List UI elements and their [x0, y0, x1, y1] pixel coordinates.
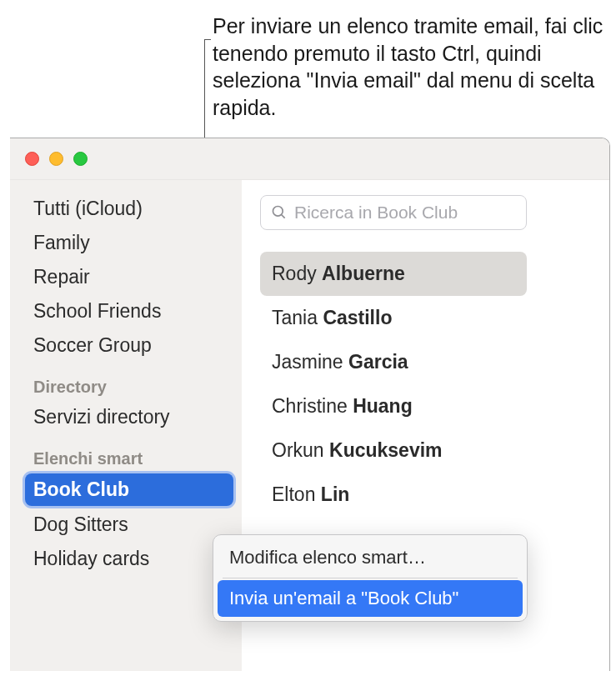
sidebar-item[interactable]: School Friends [10, 294, 242, 328]
sidebar-item[interactable]: Family [10, 226, 242, 260]
svg-line-1 [282, 215, 285, 218]
menu-divider [223, 578, 518, 578]
contact-item[interactable]: Orkun Kucuksevim [260, 428, 527, 473]
context-menu: Modifica elenco smart…Invia un'email a "… [213, 534, 528, 622]
sidebar-item[interactable]: Tutti (iCloud) [10, 192, 242, 226]
help-annotation: Per inviare un elenco tramite email, fai… [213, 13, 604, 121]
search-field[interactable] [260, 195, 527, 230]
sidebar-section-header: Directory [10, 363, 242, 400]
contact-last-name: Kucuksevim [329, 439, 443, 461]
contact-item[interactable]: Jasmine Garcia [260, 340, 527, 384]
sidebar-item[interactable]: Book Club [25, 473, 233, 506]
sidebar-section-header: Elenchi smart [10, 434, 242, 472]
sidebar: Tutti (iCloud)FamilyRepairSchool Friends… [10, 180, 242, 671]
sidebar-item[interactable]: Soccer Group [10, 328, 242, 363]
contact-last-name: Castillo [323, 307, 392, 328]
sidebar-item[interactable]: Holiday cards [10, 542, 242, 576]
menu-item[interactable]: Modifica elenco smart… [218, 539, 523, 576]
search-icon [271, 204, 288, 221]
svg-point-0 [273, 207, 283, 217]
contact-first-name: Jasmine [272, 351, 348, 373]
contact-first-name: Elton [272, 483, 321, 505]
sidebar-item[interactable]: Servizi directory [10, 400, 242, 434]
contact-first-name: Tania [272, 307, 323, 328]
search-input[interactable] [294, 203, 516, 223]
minimize-icon[interactable] [49, 152, 63, 166]
close-icon[interactable] [25, 152, 39, 166]
contact-list: Rody AlbuerneTania CastilloJasmine Garci… [260, 252, 527, 517]
sidebar-item[interactable]: Dog Sitters [10, 508, 242, 542]
zoom-icon[interactable] [73, 152, 88, 166]
contact-item[interactable]: Christine Huang [260, 384, 527, 428]
sidebar-item[interactable]: Repair [10, 260, 242, 294]
contact-first-name: Christine [272, 395, 353, 417]
contact-last-name: Lin [321, 483, 350, 505]
contact-item[interactable]: Rody Albuerne [260, 252, 527, 296]
contact-last-name: Huang [353, 395, 413, 417]
contact-first-name: Orkun [272, 439, 329, 461]
contact-first-name: Rody [272, 263, 322, 284]
contact-item[interactable]: Tania Castillo [260, 296, 527, 340]
contacts-window: Tutti (iCloud)FamilyRepairSchool Friends… [10, 138, 610, 671]
menu-item[interactable]: Invia un'email a "Book Club" [218, 580, 523, 617]
contact-item[interactable]: Elton Lin [260, 473, 527, 517]
contact-last-name: Garcia [348, 351, 408, 373]
window-titlebar [10, 138, 609, 180]
contact-last-name: Albuerne [322, 263, 405, 284]
